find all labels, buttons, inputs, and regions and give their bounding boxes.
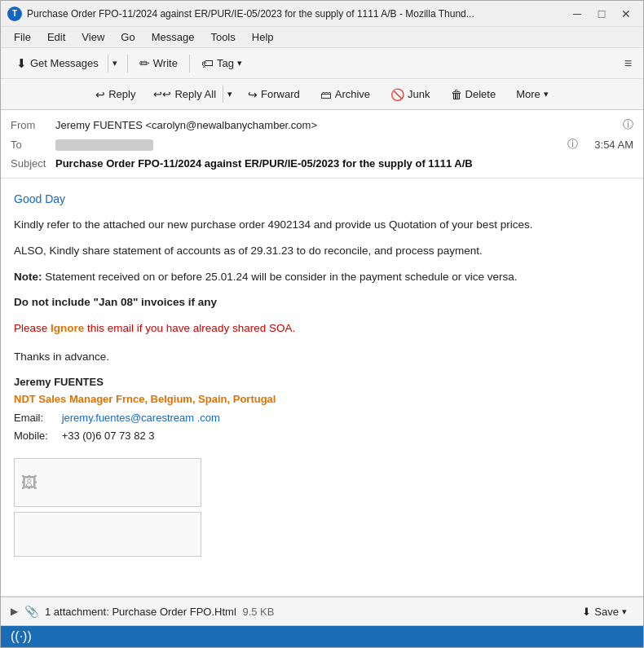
minimize-button[interactable]: ─ xyxy=(567,5,588,23)
body-para-3: Note: Statement received on or before 25… xyxy=(14,268,630,286)
reply-icon: ↩ xyxy=(95,88,105,101)
note-label: Note: xyxy=(14,271,42,283)
reply-all-split: ↩↩ Reply All ▾ xyxy=(147,85,236,104)
email-header: From Jeremy FUENTES <carolyn@newalbanych… xyxy=(1,110,643,179)
attachment-paperclip-icon: 📎 xyxy=(24,605,38,618)
tag-button[interactable]: 🏷 Tag ▾ xyxy=(195,53,249,73)
image-icon-1: 🖼 xyxy=(18,466,41,499)
write-button[interactable]: ✏ Write xyxy=(133,53,184,74)
menu-edit[interactable]: Edit xyxy=(41,29,72,45)
para5-suffix: this email if you have already shared SO… xyxy=(84,322,295,334)
delete-button[interactable]: 🗑 Delete xyxy=(442,84,505,105)
sig-mobile-value: +33 (0)6 07 73 82 3 xyxy=(62,430,155,442)
menu-file[interactable]: File xyxy=(7,29,37,45)
archive-icon: 🗃 xyxy=(320,88,332,101)
status-bar: ((·)) xyxy=(1,626,643,647)
body-para-4: Do not include "Jan 08" invoices if any xyxy=(14,293,630,311)
attachment-size: 9.5 KB xyxy=(242,606,274,618)
more-arrow-icon: ▾ xyxy=(544,89,549,99)
greeting: Good Day xyxy=(14,190,630,208)
image-box-1: 🖼 xyxy=(14,458,201,507)
toolbar-divider-1 xyxy=(127,55,128,73)
menu-go[interactable]: Go xyxy=(114,29,141,45)
close-button[interactable]: ✕ xyxy=(615,5,637,23)
to-address-blurred xyxy=(55,139,153,151)
save-icon: ⬇ xyxy=(582,606,591,618)
email-body: Good Day Kindly refer to the attached ou… xyxy=(1,179,643,597)
toolbar-divider-2 xyxy=(189,55,190,73)
sig-email-value[interactable]: jeremy.fuentes@carestream .com xyxy=(62,412,220,424)
sig-email-label: Email: xyxy=(14,410,59,427)
forward-icon: ↪ xyxy=(248,88,258,101)
get-messages-split: ⬇ Get Messages ▾ xyxy=(7,52,122,75)
sig-mobile-label: Mobile: xyxy=(14,428,59,445)
menu-message[interactable]: Message xyxy=(145,29,201,45)
body-para-5: Please Ignore this email if you have alr… xyxy=(14,320,630,337)
tag-icon: 🏷 xyxy=(201,56,214,70)
window-controls: ─ □ ✕ xyxy=(567,5,637,23)
note-text: Statement received on or before 25.01.24… xyxy=(42,271,518,283)
para5-prefix: Please xyxy=(14,322,51,334)
from-info-icon[interactable]: ⓘ xyxy=(623,117,633,132)
menu-bar: File Edit View Go Message Tools Help xyxy=(1,27,643,48)
sig-title: NDT Sales Manager Frnce, Belgium, Spain,… xyxy=(14,391,630,408)
body-para-1: Kindly refer to the attached our new pur… xyxy=(14,216,630,234)
more-button[interactable]: More ▾ xyxy=(507,84,558,104)
tag-arrow-icon: ▾ xyxy=(237,58,242,68)
thanks-text: Thanks in advance. xyxy=(14,348,630,366)
maximize-button[interactable]: □ xyxy=(591,5,612,23)
app-icon: T xyxy=(7,7,22,21)
save-label: Save xyxy=(594,606,619,618)
ignore-text: Ignore xyxy=(51,322,84,334)
delete-icon: 🗑 xyxy=(451,88,462,101)
subject-label: Subject xyxy=(11,157,55,170)
subject-value: Purchase Order FPO-11/2024 against ER/PU… xyxy=(55,157,473,170)
sig-email-line: Email: jeremy.fuentes@carestream .com xyxy=(14,410,630,427)
title-bar: T Purchase Order FPO-11/2024 against ER/… xyxy=(1,1,643,27)
get-messages-button[interactable]: ⬇ Get Messages xyxy=(7,52,108,75)
menu-view[interactable]: View xyxy=(75,29,111,45)
junk-icon: 🚫 xyxy=(390,88,404,101)
toolbar: ⬇ Get Messages ▾ ✏ Write 🏷 Tag ▾ ≡ xyxy=(1,48,643,79)
archive-button[interactable]: 🗃 Archive xyxy=(311,84,379,105)
action-bar: ↩ Reply ↩↩ Reply All ▾ ↪ Forward 🗃 Archi… xyxy=(1,79,643,110)
from-row: From Jeremy FUENTES <carolyn@newalbanych… xyxy=(11,115,633,134)
to-info-icon[interactable]: ⓘ xyxy=(567,137,578,152)
inline-attachment-images: 🖼 xyxy=(14,458,630,557)
menu-tools[interactable]: Tools xyxy=(204,29,241,45)
reply-all-arrow[interactable]: ▾ xyxy=(223,86,236,103)
from-label: From xyxy=(11,119,55,131)
sig-name: Jeremy FUENTES xyxy=(14,374,630,391)
attachment-expand[interactable]: ▶ xyxy=(11,606,18,617)
save-arrow-icon: ▾ xyxy=(622,606,627,617)
junk-button[interactable]: 🚫 Junk xyxy=(382,84,439,105)
body-para-2: ALSO, Kindly share statement of accounts… xyxy=(14,242,630,260)
wifi-icon: ((·)) xyxy=(11,629,32,644)
reply-all-icon: ↩↩ xyxy=(153,88,171,100)
subject-row: Subject Purchase Order FPO-11/2024 again… xyxy=(11,154,633,173)
save-button[interactable]: ⬇ Save ▾ xyxy=(576,603,633,620)
get-messages-icon: ⬇ xyxy=(16,56,27,71)
hamburger-button[interactable]: ≡ xyxy=(620,53,637,74)
write-icon: ✏ xyxy=(139,56,150,71)
from-value: Jeremy FUENTES <carolyn@newalbanychamber… xyxy=(55,119,623,131)
attachment-bar: ▶ 📎 1 attachment: Purchase Order FPO.Htm… xyxy=(1,597,643,626)
image-box-2 xyxy=(14,512,201,557)
attachment-text: 1 attachment: Purchase Order FPO.Html 9.… xyxy=(45,606,569,618)
signature-block: Thanks in advance. Jeremy FUENTES NDT Sa… xyxy=(14,348,630,445)
title-bar-left: T Purchase Order FPO-11/2024 against ER/… xyxy=(7,7,474,21)
email-time: 3:54 AM xyxy=(578,139,633,151)
get-messages-arrow[interactable]: ▾ xyxy=(108,54,122,73)
window-title: Purchase Order FPO-11/2024 against ER/PU… xyxy=(27,8,474,20)
menu-help[interactable]: Help xyxy=(245,29,280,45)
main-window: T Purchase Order FPO-11/2024 against ER/… xyxy=(0,0,644,648)
sig-mobile-line: Mobile: +33 (0)6 07 73 82 3 xyxy=(14,428,630,445)
forward-button[interactable]: ↪ Forward xyxy=(239,84,309,105)
reply-all-button[interactable]: ↩↩ Reply All xyxy=(147,85,223,104)
to-row: To ⓘ 3:54 AM xyxy=(11,134,633,154)
reply-button[interactable]: ↩ Reply xyxy=(86,84,144,105)
to-value xyxy=(55,138,567,151)
to-label: To xyxy=(11,139,55,151)
